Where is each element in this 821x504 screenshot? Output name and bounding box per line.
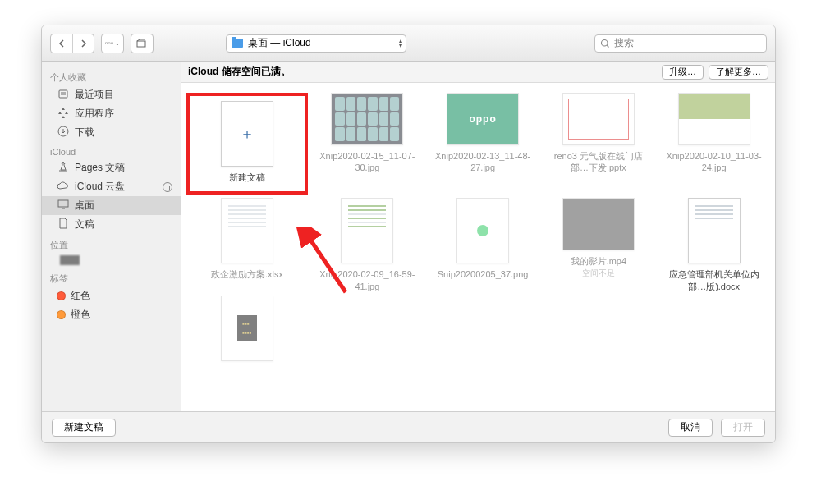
- desktop-icon: [57, 199, 70, 212]
- sidebar-item[interactable]: iCloud 云盘: [42, 177, 181, 196]
- sidebar-heading: iCloud: [42, 142, 181, 158]
- upgrade-button[interactable]: 升级…: [662, 65, 704, 80]
- file-name: reno3 元气版在线门店部…下发.pptx: [549, 150, 648, 174]
- sidebar-heading: 位置: [42, 234, 181, 253]
- sidebar-item[interactable]: 文稿: [42, 215, 181, 234]
- sidebar-item[interactable]: 下载: [42, 123, 181, 142]
- sidebar-item[interactable]: Pages 文稿: [42, 158, 181, 177]
- finder-window: ▫▫▫ ⌄ 桌面 — iCloud ▴▾ 搜索 个人收藏最近项目应用程序下载iC…: [41, 25, 776, 443]
- tag-dot-icon: [57, 291, 66, 300]
- sidebar-item[interactable]: 桌面: [42, 196, 181, 215]
- file-subtext: 空间不足: [582, 268, 615, 279]
- new-document-button[interactable]: 新建文稿: [52, 419, 116, 437]
- view-mode-button[interactable]: ▫▫▫ ⌄: [102, 34, 123, 53]
- file-item[interactable]: Xnip2020-02-15_11-07-30.jpg: [311, 93, 424, 195]
- banner-text: iCloud 储存空间已满。: [188, 65, 291, 79]
- storage-pie-icon: [163, 182, 172, 192]
- svg-rect-0: [137, 41, 145, 47]
- path-dropdown[interactable]: 桌面 — iCloud ▴▾: [226, 34, 406, 53]
- cancel-button[interactable]: 取消: [668, 419, 713, 437]
- back-button[interactable]: [51, 34, 72, 53]
- app-icon: [57, 107, 70, 121]
- sidebar-heading: 标签: [42, 268, 181, 286]
- sidebar-item-label: 红色: [71, 289, 90, 303]
- main-area: iCloud 储存空间已满。 升级… 了解更多… ＋新建文稿Xnip2020-0…: [181, 62, 775, 411]
- file-name: 我的影片.mp4: [549, 255, 648, 267]
- search-icon: [600, 39, 610, 48]
- pages-icon: [57, 161, 70, 175]
- cloud-icon: [57, 181, 70, 193]
- learn-more-button[interactable]: 了解更多…: [709, 65, 768, 80]
- file-item[interactable]: Xnip2020-02-09_16-59-41.jpg: [311, 198, 424, 292]
- sidebar-item-label: 最近项目: [75, 88, 114, 102]
- forward-button[interactable]: [72, 34, 94, 53]
- svg-point-1: [602, 39, 608, 46]
- tag-dot-icon: [57, 310, 66, 319]
- file-name: Xnip2020-02-10_11-03-24.jpg: [665, 150, 764, 174]
- file-name: Xnip2020-02-09_16-59-41.jpg: [318, 268, 416, 292]
- sidebar-item[interactable]: [42, 253, 181, 268]
- sidebar-item[interactable]: 橙色: [42, 305, 181, 324]
- file-name: 应急管理部机关单位内部…版).docx: [665, 268, 764, 292]
- file-item[interactable]: ▪▪▪▪▪▪▪: [186, 296, 308, 366]
- file-item[interactable]: reno3 元气版在线门店部…下发.pptx: [543, 93, 655, 195]
- sidebar-item[interactable]: 最近项目: [42, 85, 181, 104]
- file-name: 新建文稿: [198, 172, 296, 183]
- updown-icon: ▴▾: [399, 39, 402, 48]
- file-name: 政企激励方案.xlsx: [198, 268, 296, 280]
- file-item[interactable]: Snip20200205_37.png: [427, 198, 539, 292]
- file-name: Xnip2020-02-13_11-48-27.jpg: [433, 150, 532, 174]
- folder-icon: [232, 39, 243, 48]
- search-placeholder: 搜索: [614, 36, 634, 50]
- file-item[interactable]: 政企激励方案.xlsx: [186, 198, 308, 292]
- toolbar: ▫▫▫ ⌄ 桌面 — iCloud ▴▾ 搜索: [42, 25, 775, 62]
- new-document-tile[interactable]: ＋新建文稿: [186, 93, 308, 195]
- svg-rect-4: [58, 200, 68, 207]
- sidebar-item-label: Pages 文稿: [75, 161, 125, 175]
- file-item[interactable]: Xnip2020-02-10_11-03-24.jpg: [658, 93, 770, 195]
- nav-buttons: [50, 34, 94, 53]
- sidebar-item-label: 桌面: [75, 199, 94, 213]
- sidebar-item[interactable]: 红色: [42, 286, 181, 305]
- file-item[interactable]: 我的影片.mp4空间不足: [543, 198, 655, 292]
- sidebar-item-label: 应用程序: [75, 107, 114, 121]
- sidebar: 个人收藏最近项目应用程序下载iCloudPages 文稿iCloud 云盘桌面文…: [42, 62, 181, 411]
- sidebar-item-label: 文稿: [75, 218, 94, 231]
- doc-icon: [57, 218, 70, 231]
- location-icon: [60, 255, 80, 265]
- path-label: 桌面 — iCloud: [248, 36, 311, 50]
- sidebar-item[interactable]: 应用程序: [42, 104, 181, 123]
- clock-icon: [57, 88, 70, 102]
- file-grid: ＋新建文稿Xnip2020-02-15_11-07-30.jpgoppoXnip…: [181, 83, 775, 411]
- down-icon: [57, 126, 70, 140]
- file-item[interactable]: oppoXnip2020-02-13_11-48-27.jpg: [427, 93, 539, 195]
- sidebar-item-label: 下载: [75, 126, 94, 140]
- view-mode: ▫▫▫ ⌄: [101, 34, 124, 53]
- sidebar-item-label: iCloud 云盘: [75, 180, 125, 194]
- file-item[interactable]: 应急管理部机关单位内部…版).docx: [658, 198, 770, 292]
- search-input[interactable]: 搜索: [594, 34, 767, 53]
- group-button[interactable]: [131, 34, 153, 53]
- storage-banner: iCloud 储存空间已满。 升级… 了解更多…: [181, 62, 775, 83]
- footer: 新建文稿 取消 打开: [42, 411, 775, 442]
- sidebar-item-label: 橙色: [71, 308, 90, 322]
- group-by: [131, 34, 154, 53]
- file-name: Xnip2020-02-15_11-07-30.jpg: [318, 150, 416, 174]
- open-button[interactable]: 打开: [721, 419, 765, 437]
- file-name: Snip20200205_37.png: [433, 268, 532, 280]
- sidebar-heading: 个人收藏: [42, 66, 181, 85]
